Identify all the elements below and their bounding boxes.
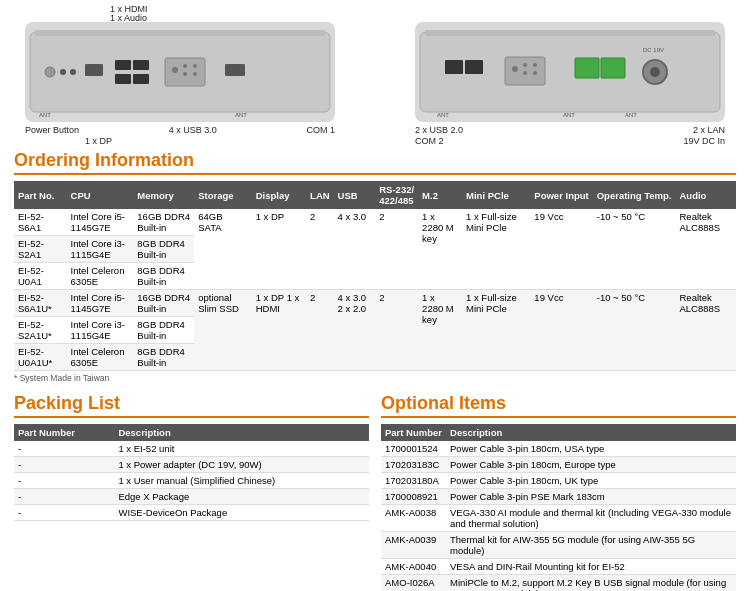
svg-point-3 (60, 69, 66, 75)
svg-point-11 (172, 67, 178, 73)
opt-col-part: Part Number (381, 424, 446, 441)
svg-point-26 (533, 63, 537, 67)
table-row: AMK-A0040 (381, 559, 446, 575)
svg-text:ANT: ANT (563, 112, 575, 118)
label-usb20: 2 x USB 2.0 (415, 125, 463, 135)
svg-point-14 (183, 72, 187, 76)
svg-rect-6 (115, 60, 131, 70)
left-device-image: ANT ANT (25, 22, 335, 122)
col-memory: Memory (133, 181, 194, 209)
svg-rect-18 (225, 64, 245, 76)
col-power: Power Input (530, 181, 592, 209)
table-row: EI-52-S2A1 (14, 236, 67, 263)
svg-rect-20 (425, 30, 715, 36)
table-row: AMK-A0039 (381, 532, 446, 559)
table-row: 8GB DDR4 Built-in (133, 263, 194, 290)
svg-text:DC 19V: DC 19V (643, 47, 664, 53)
right-device-image: DC 19V ANT ANT ANT (415, 22, 725, 122)
svg-point-24 (512, 66, 518, 72)
svg-point-12 (183, 64, 187, 68)
col-cpu: CPU (67, 181, 134, 209)
svg-point-27 (523, 71, 527, 75)
svg-point-25 (523, 63, 527, 67)
table-row: Power Cable 3-pin 180cm, USA type (446, 441, 736, 457)
pack-col-desc: Description (114, 424, 369, 441)
annotation-audio: 1 x Audio (110, 13, 147, 23)
label-lan: 2 x LAN (693, 125, 725, 135)
svg-rect-5 (85, 64, 103, 76)
col-part-no: Part No. (14, 181, 67, 209)
table-row: Intel Core i5-1145G7E (67, 290, 134, 317)
table-row: Power Cable 3-pin 180cm, UK type (446, 473, 736, 489)
table-row: 8GB DDR4 Built-in (133, 236, 194, 263)
table-row: 170203180A (381, 473, 446, 489)
ordering-footnote: * System Made in Taiwan (14, 373, 736, 383)
svg-text:ANT: ANT (235, 112, 247, 118)
col-audio: Audio (676, 181, 737, 209)
label-19v: 19V DC In (683, 136, 725, 146)
table-row: WISE-DeviceOn Package (114, 505, 369, 521)
col-usb: USB (334, 181, 376, 209)
table-row: 1700008921 (381, 489, 446, 505)
table-row: 170203183C (381, 457, 446, 473)
col-rs232: RS-232/422/485 (375, 181, 418, 209)
table-row: Intel Celeron 6305E (67, 263, 134, 290)
table-row: MiniPCle to M.2, support M.2 Key B USB s… (446, 575, 736, 592)
table-row: Power Cable 3-pin 180cm, Europe type (446, 457, 736, 473)
svg-rect-7 (133, 60, 149, 70)
col-storage: Storage (194, 181, 251, 209)
svg-text:ANT: ANT (625, 112, 637, 118)
table-row: VESA and DIN-Rail Mounting kit for EI-52 (446, 559, 736, 575)
table-row: Intel Core i3-1115G4E (67, 236, 134, 263)
table-row: 1 x User manual (Simplified Chinese) (114, 473, 369, 489)
table-row: VEGA-330 AI module and thermal kit (Incl… (446, 505, 736, 532)
packing-table: Part Number Description -1 x EI-52 unit-… (14, 424, 369, 521)
optional-title: Optional Items (381, 393, 736, 418)
ordering-section: Ordering Information Part No. CPU Memory… (0, 146, 750, 389)
col-temp: Operating Temp. (593, 181, 676, 209)
svg-rect-9 (133, 74, 149, 84)
packing-title: Packing List (14, 393, 369, 418)
col-m2: M.2 (418, 181, 462, 209)
ordering-title: Ordering Information (14, 150, 736, 175)
svg-text:ANT: ANT (437, 112, 449, 118)
table-row: EI-52-U0A1U* (14, 344, 67, 371)
svg-point-13 (193, 64, 197, 68)
optional-section: Optional Items Part Number Description 1… (381, 393, 736, 591)
svg-text:ANT: ANT (39, 112, 51, 118)
table-row: EI-52-S6A1 (14, 209, 67, 236)
table-row: EI-52-S2A1U* (14, 317, 67, 344)
table-row: - (14, 441, 114, 457)
two-col-section: Packing List Part Number Description -1 … (0, 389, 750, 591)
table-row: - (14, 489, 114, 505)
optional-table: Part Number Description 1700001524Power … (381, 424, 736, 591)
svg-rect-22 (465, 60, 483, 74)
col-display: Display (252, 181, 306, 209)
label-com1: COM 1 (306, 125, 335, 135)
table-row: Intel Core i3-1115G4E (67, 317, 134, 344)
table-row: EI-52-S6A1U* (14, 290, 67, 317)
ordering-table: Part No. CPU Memory Storage Display LAN … (14, 181, 736, 371)
table-row: - (14, 473, 114, 489)
table-row: EI-52-U0A1 (14, 263, 67, 290)
table-row: 16GB DDR4 Built-in (133, 290, 194, 317)
label-com2: COM 2 (415, 136, 444, 146)
svg-rect-30 (601, 58, 625, 78)
table-row: - (14, 457, 114, 473)
table-row: AMK-A0038 (381, 505, 446, 532)
table-row: 8GB DDR4 Built-in (133, 317, 194, 344)
pack-col-part: Part Number (14, 424, 114, 441)
svg-point-28 (533, 71, 537, 75)
svg-rect-29 (575, 58, 599, 78)
table-row: AMO-I026A (381, 575, 446, 592)
opt-col-desc: Description (446, 424, 736, 441)
svg-rect-8 (115, 74, 131, 84)
table-row: Edge X Package (114, 489, 369, 505)
table-row: - (14, 505, 114, 521)
table-row: Power Cable 3-pin PSE Mark 183cm (446, 489, 736, 505)
svg-point-4 (70, 69, 76, 75)
table-row: 16GB DDR4 Built-in (133, 209, 194, 236)
packing-section: Packing List Part Number Description -1 … (14, 393, 369, 591)
svg-rect-21 (445, 60, 463, 74)
table-row: Intel Core i5-1145G7E (67, 209, 134, 236)
